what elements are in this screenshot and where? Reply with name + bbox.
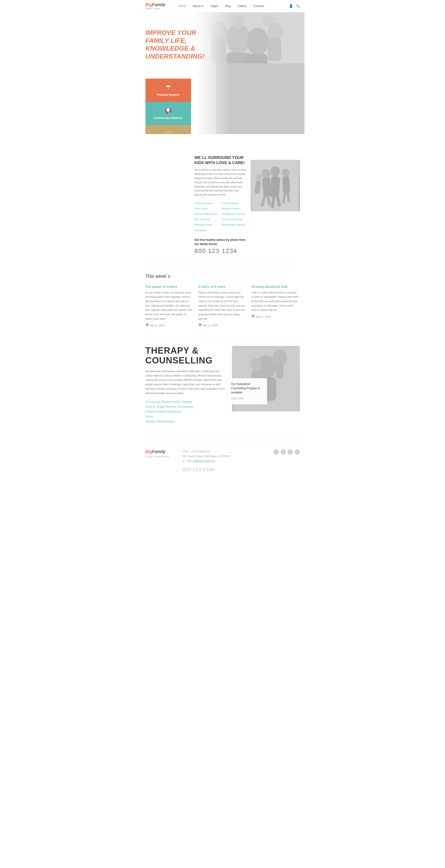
svg-point-15	[282, 168, 289, 177]
article-2-text: This is a rather difficult topic to cons…	[251, 290, 300, 312]
logo-text: BigFamily	[145, 2, 166, 7]
link-health[interactable]: Health & beauty	[195, 200, 220, 206]
svg-rect-8	[268, 38, 281, 61]
social-facebook[interactable]: f	[274, 449, 279, 455]
nav-about[interactable]: About us	[190, 4, 207, 8]
therapy-left: Therapy & Counselling All individuals an…	[145, 346, 225, 423]
svg-point-9	[232, 15, 244, 29]
svg-point-14	[271, 166, 280, 177]
nav-gallery[interactable]: Gallery	[234, 4, 250, 8]
therapy-link-4[interactable]: Healthy Relationships	[145, 420, 225, 423]
article-1: A story of 6 years Please read below a s…	[198, 285, 247, 327]
link-healthy-families[interactable]: Healthy families	[222, 206, 247, 211]
svg-rect-33	[276, 365, 283, 379]
thisweek-section: This week`s The power of sisters At our …	[141, 264, 304, 337]
therapy-desc: All individuals and families experience …	[145, 369, 225, 395]
logo-family: Family	[152, 2, 166, 7]
social-icons: f g+ in t	[274, 449, 300, 455]
surround-title: We`ll surround your kids with love & car…	[195, 155, 247, 165]
svg-point-13	[262, 169, 270, 179]
heart-icon: ♡	[149, 130, 187, 134]
article-2: Growing bicultural kids This is a rather…	[251, 285, 300, 327]
link-parenting[interactable]: Parenting	[195, 228, 220, 233]
therapy-link-1[interactable]: Drop-In Single Session Counselling	[145, 405, 225, 408]
social-twitter[interactable]: t	[295, 449, 300, 455]
footer-addr2: 901 East E Street, Wilmington, CA 90744	[183, 454, 264, 459]
card-community[interactable]: 📢 Community Initiatives	[145, 102, 191, 125]
navbar: BigFamily Family Center Home About us Pa…	[141, 0, 304, 12]
therapy-section: Therapy & Counselling All individuals an…	[141, 337, 304, 432]
spacer	[141, 433, 304, 442]
surround-desc: It's no stretch to say that a person has…	[195, 168, 247, 197]
footer-phone: 800 123 1234	[183, 465, 264, 474]
footer-email-link[interactable]: mail@demelink.org	[193, 459, 215, 462]
thisweek-title: This week`s	[145, 274, 300, 279]
calendar-icon-2: 📅	[251, 315, 255, 318]
link-strong[interactable]: Strong relationships	[195, 211, 220, 217]
service-cards: ☂ Parental Support 📢 Community Initiativ…	[145, 79, 191, 134]
article-0-text: At our Family Center, we have the honor …	[145, 290, 194, 321]
card-parental-label: Parental Support	[157, 93, 180, 96]
click-here-link[interactable]: Click here	[231, 397, 243, 400]
link-tips[interactable]: Tips & advice	[195, 217, 220, 222]
therapy-link-0[interactable]: Community-Based Family Therapy	[145, 400, 225, 403]
svg-rect-18	[270, 176, 280, 198]
link-succeed[interactable]: Succeed at school	[222, 217, 247, 222]
link-marriage[interactable]: Marriage center	[195, 222, 220, 227]
link-teen[interactable]: Teen center	[195, 206, 220, 211]
hero-section: Improve your family life, knowledge & un…	[141, 12, 304, 134]
logo-big: Big	[145, 2, 152, 7]
search-icon[interactable]: 🔍	[296, 4, 300, 8]
footer: BigFamily © 2016 | Privacy Policy USA — …	[141, 442, 304, 480]
running-family-image	[251, 160, 300, 211]
svg-point-16	[256, 174, 262, 181]
nav-contacts[interactable]: Contacts	[250, 4, 268, 8]
subsidy-text: Our Subsidized Counselling Program is av…	[231, 382, 263, 395]
footer-addr1: USA — LOS ANGELES,	[183, 449, 264, 454]
article-0: The power of sisters At our Family Cente…	[145, 285, 194, 327]
article-2-date: 📅 Apr.11, 2016	[251, 315, 300, 318]
footer-copyright: © 2016 | Privacy Policy	[145, 456, 173, 458]
mid-section: We`ll surround your kids with love & car…	[141, 151, 304, 264]
link-healing[interactable]: Healing from trauma	[222, 211, 247, 217]
footer-address: USA — LOS ANGELES, 901 East E Street, Wi…	[183, 449, 264, 473]
footer-brand: BigFamily	[145, 449, 173, 454]
nav-blog[interactable]: Blog	[222, 4, 234, 8]
card-community-label: Community Initiatives	[153, 116, 183, 120]
social-linkedin[interactable]: in	[287, 449, 293, 455]
link-relationship[interactable]: Relationship advisor	[222, 222, 247, 227]
user-icon[interactable]: 👤	[289, 4, 293, 8]
megaphone-icon: 📢	[149, 107, 187, 114]
link-family-therapy[interactable]: Family therapy	[222, 200, 247, 206]
phone-cta: Get free healthy advice by phone from ou…	[195, 238, 247, 246]
articles-row: The power of sisters At our Family Cente…	[145, 285, 300, 327]
svg-point-30	[251, 358, 262, 371]
surround-content: We`ll surround your kids with love & car…	[195, 155, 247, 255]
card-parental[interactable]: ☂ Parental Support	[145, 79, 191, 102]
nav-home[interactable]: Home	[175, 4, 190, 8]
article-0-title[interactable]: The power of sisters	[145, 285, 194, 288]
links-col1: Health & beauty Teen center Strong relat…	[195, 200, 220, 233]
calendar-icon-1: 📅	[198, 324, 202, 327]
logo: BigFamily Family Center	[145, 2, 166, 10]
calendar-icon-0: 📅	[145, 324, 149, 327]
therapy-link-3[interactable]: Strive	[145, 415, 225, 418]
footer-social-area: f g+ in t	[274, 449, 300, 455]
hero-headline: Improve your family life, knowledge & un…	[145, 29, 206, 60]
therapy-right: Our Subsidized Counselling Program is av…	[232, 346, 300, 411]
links-col2: Family therapy Healthy families Healing …	[222, 200, 247, 233]
social-googleplus[interactable]: g+	[281, 449, 286, 455]
article-2-title[interactable]: Growing bicultural kids	[251, 285, 300, 288]
article-1-title[interactable]: A story of 6 years	[198, 285, 247, 288]
therapy-link-2[interactable]: Critical Incident Response	[145, 410, 225, 413]
card-family[interactable]: ♡ Family Preservation	[145, 125, 191, 134]
article-1-text: Please read below a story told by our cl…	[198, 290, 247, 321]
topic-links: Health & beauty Teen center Strong relat…	[195, 200, 247, 233]
nav-links: Home About us Pages Blog Gallery Contact…	[175, 4, 289, 8]
footer-logo: BigFamily © 2016 | Privacy Policy	[145, 449, 173, 458]
logo-subtitle: Family Center	[145, 7, 166, 10]
phone-number: 800 123 1234	[195, 247, 247, 255]
page: BigFamily Family Center Home About us Pa…	[141, 0, 304, 481]
nav-pages[interactable]: Pages	[207, 4, 222, 8]
umbrella-icon: ☂	[149, 84, 187, 91]
